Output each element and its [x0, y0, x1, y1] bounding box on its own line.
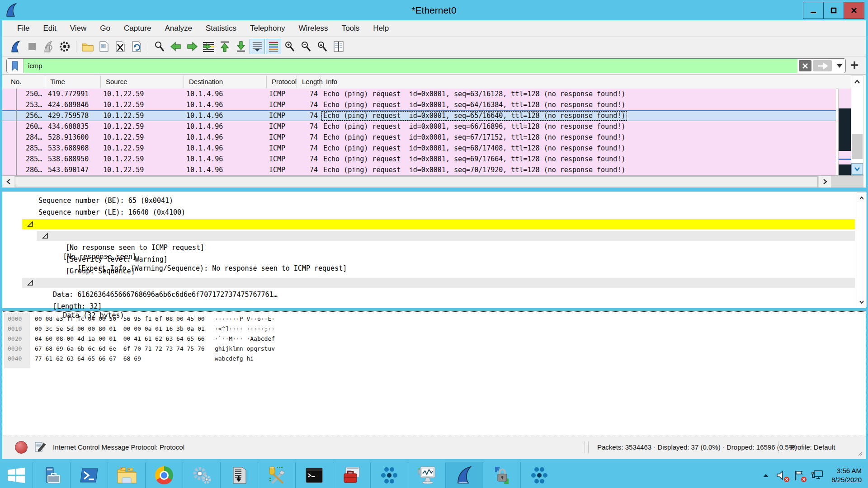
- capture-options-icon[interactable]: [57, 39, 72, 54]
- scroll-right-icon[interactable]: [819, 176, 831, 188]
- open-file-icon[interactable]: [80, 39, 95, 54]
- stop-capture-icon[interactable]: [24, 39, 40, 54]
- zoom-original-icon[interactable]: [315, 39, 330, 54]
- menu-wireless[interactable]: Wireless: [292, 24, 335, 33]
- taskbar-setup-document-icon[interactable]: [220, 462, 258, 488]
- taskbar-admin-tools-icon[interactable]: [258, 462, 295, 488]
- notifications-flag-icon[interactable]: [794, 470, 805, 481]
- menu-edit[interactable]: Edit: [36, 24, 63, 33]
- table-row-selected[interactable]: 256…429.75957810.1.22.5910.1.4.96ICMP74E…: [2, 110, 836, 121]
- packet-list-vertical-scrollbar[interactable]: [851, 75, 863, 175]
- taskbar-settings-gears-icon[interactable]: [183, 462, 220, 488]
- start-button[interactable]: [0, 462, 33, 488]
- maximize-button[interactable]: [823, 2, 844, 19]
- taskbar-chrome-icon[interactable]: [145, 462, 183, 488]
- reload-file-icon[interactable]: [129, 39, 144, 54]
- taskbar-vpn-lock-icon[interactable]: [483, 462, 520, 488]
- capture-comment-icon[interactable]: [34, 441, 47, 453]
- taskbar-server-manager-icon[interactable]: [33, 462, 70, 488]
- restart-capture-icon[interactable]: [41, 39, 56, 54]
- column-no[interactable]: No.: [6, 75, 45, 88]
- column-length[interactable]: Length: [297, 75, 321, 88]
- scroll-down-icon[interactable]: [851, 163, 863, 175]
- filter-add-button[interactable]: [849, 60, 859, 70]
- filter-clear-icon[interactable]: [799, 60, 811, 71]
- packet-list-horizontal-scrollbar[interactable]: [2, 175, 863, 188]
- taskbar-command-prompt-icon[interactable]: [295, 462, 333, 488]
- taskbar-clock[interactable]: 3:56 AM 8/25/2020: [831, 466, 862, 484]
- volume-muted-icon[interactable]: [776, 470, 788, 481]
- intelligent-scrollbar-minimap[interactable]: [838, 89, 851, 175]
- detail-line-expert-info[interactable]: [Expert Info (Warning/Sequence): No resp…: [2, 230, 855, 241]
- menu-telephony[interactable]: Telephony: [243, 24, 292, 33]
- network-icon[interactable]: [811, 470, 824, 481]
- column-info[interactable]: Info: [321, 75, 838, 88]
- detail-line[interactable]: [Severity level: Warning]: [2, 254, 855, 265]
- detail-line[interactable]: Sequence number (LE): 16640 (0x4100): [2, 207, 855, 218]
- minimize-button[interactable]: [803, 2, 824, 19]
- column-time[interactable]: Time: [45, 75, 101, 88]
- hex-row[interactable]: 000000 08 e3 ff fc 04 00 50 56 95 f1 6f …: [2, 314, 866, 324]
- hex-row[interactable]: 003067 68 69 6a 6b 6c 6d 6e 6f 70 71 72 …: [2, 344, 866, 354]
- table-row[interactable]: 260…434.68883510.1.22.5910.1.4.96ICMP74E…: [2, 121, 836, 132]
- save-file-icon[interactable]: [96, 39, 112, 54]
- menu-help[interactable]: Help: [366, 24, 396, 33]
- menu-go[interactable]: Go: [93, 24, 117, 33]
- expander-icon[interactable]: [27, 280, 33, 286]
- taskbar-powershell-icon[interactable]: [70, 462, 108, 488]
- details-vertical-scrollbar[interactable]: [857, 192, 867, 307]
- display-filter-input[interactable]: [24, 59, 797, 73]
- show-hidden-icons[interactable]: [762, 473, 769, 478]
- menu-capture[interactable]: Capture: [117, 24, 158, 33]
- detail-line-no-response[interactable]: [No response seen]: [2, 219, 855, 230]
- expander-icon[interactable]: [27, 221, 33, 227]
- taskbar-app-dots-icon-2[interactable]: [520, 462, 558, 488]
- scrollbar-thumb[interactable]: [852, 134, 863, 159]
- detail-line[interactable]: Sequence number (BE): 65 (0x0041): [2, 195, 855, 206]
- hex-row[interactable]: 002004 60 08 00 4d 1a 00 01 00 41 61 62 …: [2, 334, 866, 344]
- table-row[interactable]: 284…528.91360010.1.22.5910.1.4.96ICMP74E…: [2, 132, 836, 143]
- auto-scroll-icon[interactable]: [250, 39, 265, 54]
- first-packet-icon[interactable]: [217, 39, 232, 54]
- close-button[interactable]: [844, 2, 864, 19]
- hex-row[interactable]: 004077 61 62 63 64 65 66 67 68 69wabcdef…: [2, 354, 866, 364]
- taskbar-file-explorer-icon[interactable]: [108, 462, 145, 488]
- colorize-packets-icon[interactable]: [266, 39, 281, 54]
- table-row[interactable]: 285…533.68890810.1.22.5910.1.4.96ICMP74E…: [2, 143, 836, 154]
- detail-line-data[interactable]: Data (32 bytes): [2, 277, 855, 288]
- menu-file[interactable]: File: [10, 24, 36, 33]
- go-to-packet-icon[interactable]: [201, 39, 216, 54]
- taskbar-performance-monitor-icon[interactable]: [408, 462, 445, 488]
- table-row[interactable]: 285…538.68895010.1.22.5910.1.4.96ICMP74E…: [2, 154, 836, 164]
- resize-columns-icon[interactable]: [331, 39, 346, 54]
- menu-view[interactable]: View: [63, 24, 94, 33]
- table-row[interactable]: 250…419.77299110.1.22.5910.1.4.96ICMP74E…: [2, 89, 836, 99]
- column-destination[interactable]: Destination: [184, 75, 267, 88]
- taskbar-app-dots-icon[interactable]: [370, 462, 408, 488]
- scroll-down-icon[interactable]: [857, 297, 866, 307]
- menu-statistics[interactable]: Statistics: [199, 24, 243, 33]
- next-packet-icon[interactable]: [184, 39, 200, 54]
- status-profile[interactable]: Profile: Default: [791, 435, 835, 459]
- filter-bookmark-icon[interactable]: [7, 59, 24, 73]
- filter-apply-icon[interactable]: [813, 60, 832, 71]
- taskbar-wireshark-icon[interactable]: [445, 462, 483, 488]
- zoom-in-icon[interactable]: [282, 39, 297, 54]
- detail-line[interactable]: [Length: 32]: [2, 301, 855, 312]
- expander-icon[interactable]: [42, 233, 48, 239]
- table-row[interactable]: 253…424.68984610.1.22.5910.1.4.96ICMP74E…: [2, 99, 836, 110]
- scroll-up-icon[interactable]: [851, 76, 863, 88]
- start-capture-icon[interactable]: [8, 39, 24, 54]
- close-file-icon[interactable]: [113, 39, 128, 54]
- column-protocol[interactable]: Protocol: [267, 75, 297, 88]
- filter-dropdown-icon[interactable]: [834, 59, 845, 73]
- menu-tools[interactable]: Tools: [335, 24, 367, 33]
- zoom-out-icon[interactable]: [298, 39, 314, 54]
- last-packet-icon[interactable]: [233, 39, 249, 54]
- previous-packet-icon[interactable]: [168, 39, 184, 54]
- table-row[interactable]: 286…543.69014710.1.22.5910.1.4.96ICMP74E…: [2, 164, 836, 175]
- menu-analyze[interactable]: Analyze: [158, 24, 198, 33]
- hex-row[interactable]: 001000 3c 5e 5d 00 00 80 01 00 00 0a 01 …: [2, 324, 866, 334]
- title-bar[interactable]: *Ethernet0: [0, 0, 868, 20]
- detail-line[interactable]: Data: 6162636465666768696a6b6c6d6e6f7071…: [2, 289, 855, 300]
